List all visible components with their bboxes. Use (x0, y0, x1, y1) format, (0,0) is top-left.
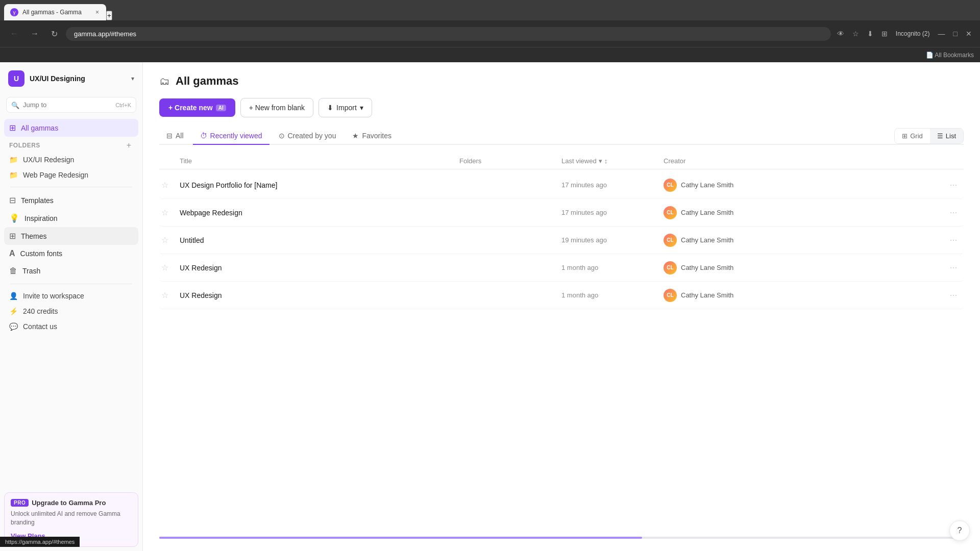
table-header-creator: Creator (664, 157, 943, 165)
extension-icon[interactable]: ⊞ (879, 28, 890, 40)
row-creator: CL Cathy Lane Smith (664, 289, 943, 302)
row-creator: CL Cathy Lane Smith (664, 206, 943, 219)
sidebar-item-label: All gammas (21, 124, 58, 132)
folders-section-header: Folders + (4, 137, 138, 152)
creator-name: Cathy Lane Smith (681, 264, 733, 271)
address-bar[interactable] (66, 27, 831, 41)
sidebar-divider (10, 187, 132, 187)
close-window-button[interactable]: ✕ (964, 28, 974, 40)
tab-all[interactable]: ⊟ All (159, 128, 191, 145)
table-row[interactable]: ☆ Webpage Redesign 17 minutes ago CL Cat… (159, 199, 964, 227)
create-new-label: + Create new (168, 104, 213, 112)
sidebar-folder-ux-ui-redesign[interactable]: 📁 UX/UI Redesign (4, 152, 138, 167)
search-shortcut: Ctrl+K (115, 102, 131, 108)
add-folder-button[interactable]: + (125, 141, 133, 150)
row-last-viewed: 17 minutes ago (561, 209, 664, 216)
grid-label: Grid (910, 132, 923, 140)
sidebar-item-trash[interactable]: 🗑 Trash (4, 262, 138, 280)
star-button[interactable]: ☆ (159, 288, 170, 302)
workspace-avatar: U (8, 70, 24, 87)
star-button[interactable]: ☆ (159, 261, 170, 274)
star-cell: ☆ (159, 233, 180, 247)
eye-slash-icon[interactable]: 👁 (835, 28, 846, 40)
sidebar-item-templates[interactable]: ⊟ Templates (4, 191, 138, 209)
maximize-button[interactable]: □ (951, 28, 960, 40)
folder-icon: 📁 (9, 156, 18, 164)
tab-close-button[interactable]: × (94, 8, 100, 17)
table-row[interactable]: ☆ Untitled 19 minutes ago CL Cathy Lane … (159, 227, 964, 254)
row-title: Untitled (180, 236, 459, 244)
tab-title: All gammas - Gamma (22, 9, 90, 16)
sidebar-item-custom-fonts[interactable]: A Custom fonts (4, 245, 138, 262)
browser-tab-bar: γ All gammas - Gamma × + (0, 0, 980, 20)
all-bookmarks-item[interactable]: 📄 All Bookmarks (926, 52, 974, 59)
grid-view-button[interactable]: ⊞ Grid (895, 129, 930, 143)
star-button[interactable]: ☆ (159, 233, 170, 247)
sidebar-item-credits[interactable]: ⚡ 240 credits (4, 304, 138, 319)
row-last-viewed: 1 month ago (561, 291, 664, 299)
credits-label: 240 credits (23, 307, 58, 315)
import-button[interactable]: ⬇ Import ▾ (318, 98, 372, 117)
star-bookmark-icon[interactable]: ☆ (850, 28, 861, 40)
sidebar-item-label: Templates (21, 196, 54, 205)
table-row[interactable]: ☆ UX Redesign 1 month ago CL Cathy Lane … (159, 282, 964, 309)
inspiration-icon: 💡 (9, 213, 19, 223)
row-menu-button[interactable]: ··· (943, 260, 964, 275)
invite-label: Invite to workspace (23, 292, 84, 300)
tab-favorites[interactable]: ★ Favorites (345, 128, 399, 145)
sidebar-item-all-gammas[interactable]: ⊞ All gammas (4, 119, 138, 137)
star-button[interactable]: ☆ (159, 178, 170, 192)
trash-icon: 🗑 (9, 266, 17, 276)
incognito-label[interactable]: Incognito (2) (894, 28, 932, 39)
scroll-thumb[interactable] (159, 537, 642, 539)
sidebar-item-label: Themes (21, 232, 47, 240)
new-from-blank-label: + New from blank (249, 104, 305, 112)
reload-button[interactable]: ↻ (47, 27, 62, 41)
creator-name: Cathy Lane Smith (681, 209, 733, 216)
sidebar-item-invite[interactable]: 👤 Invite to workspace (4, 288, 138, 304)
view-toggle: ⊞ Grid ☰ List (894, 128, 964, 144)
sidebar-folder-web-page-redesign[interactable]: 📁 Web Page Redesign (4, 167, 138, 183)
table-header-last-viewed[interactable]: Last viewed ▾ ↕ (561, 157, 664, 165)
star-cell: ☆ (159, 178, 180, 192)
help-button[interactable]: ? (949, 520, 970, 541)
sidebar-item-inspiration[interactable]: 💡 Inspiration (4, 209, 138, 227)
tab-label: Recently viewed (210, 132, 262, 140)
table-row[interactable]: ☆ UX Design Portfolio for [Name] 17 minu… (159, 171, 964, 199)
create-new-button[interactable]: + Create new AI (159, 98, 235, 117)
new-tab-button[interactable]: + (106, 11, 112, 20)
sidebar-item-contact[interactable]: 💬 Contact us (4, 319, 138, 334)
row-menu-button[interactable]: ··· (943, 288, 964, 303)
creator-avatar: CL (664, 234, 677, 247)
workspace-header[interactable]: U UX/UI Designing ▾ (0, 62, 142, 95)
bookmarks-bar: 📄 All Bookmarks (0, 47, 980, 62)
row-menu-button[interactable]: ··· (943, 205, 964, 220)
filter-tabs: ⊟ All ⏱ Recently viewed ⊙ Created by you… (159, 128, 399, 144)
browser-tab[interactable]: γ All gammas - Gamma × (4, 4, 106, 20)
creator-avatar: CL (664, 261, 677, 274)
sort-icon: ↕ (604, 157, 608, 165)
list-view-button[interactable]: ☰ List (930, 129, 963, 143)
browser-actions: 👁 ☆ ⬇ ⊞ Incognito (2) — □ ✕ (835, 28, 974, 40)
forward-button[interactable]: → (27, 27, 43, 40)
star-cell: ☆ (159, 206, 180, 219)
workspace-chevron-icon: ▾ (131, 75, 134, 82)
row-menu-button[interactable]: ··· (943, 233, 964, 247)
creator-avatar: CL (664, 289, 677, 302)
recently-viewed-tab-icon: ⏱ (200, 132, 207, 140)
table-row[interactable]: ☆ UX Redesign 1 month ago CL Cathy Lane … (159, 254, 964, 282)
row-menu-button[interactable]: ··· (943, 178, 964, 192)
star-button[interactable]: ☆ (159, 206, 170, 219)
back-button[interactable]: ← (6, 27, 22, 40)
minimize-button[interactable]: — (936, 28, 947, 40)
sidebar-item-themes[interactable]: ⊞ Themes (4, 227, 138, 245)
creator-name: Cathy Lane Smith (681, 291, 733, 299)
tab-recently-viewed[interactable]: ⏱ Recently viewed (193, 128, 270, 145)
new-from-blank-button[interactable]: + New from blank (240, 98, 313, 117)
creator-avatar: CL (664, 179, 677, 192)
download-icon[interactable]: ⬇ (865, 28, 875, 40)
all-gammas-icon: ⊞ (9, 123, 16, 133)
app-container: U UX/UI Designing ▾ 🔍 Ctrl+K ⊞ All gamma… (0, 62, 980, 551)
tab-created-by-you[interactable]: ⊙ Created by you (272, 128, 344, 145)
import-chevron-icon: ▾ (360, 104, 363, 112)
